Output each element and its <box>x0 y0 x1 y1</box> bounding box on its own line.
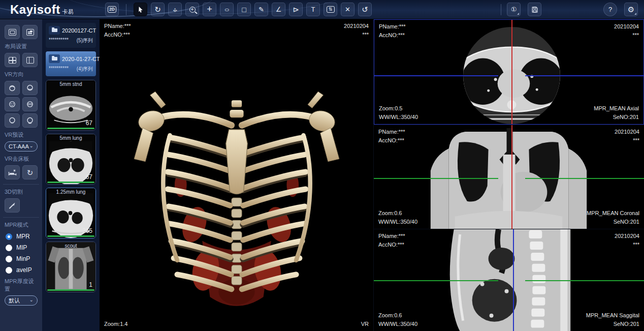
mpr-mode-option-mpr[interactable]: MPR <box>6 233 37 240</box>
layout-single-button[interactable] <box>5 25 20 39</box>
mpr-axial-viewport[interactable]: PName:***AccNO:*** 20210204*** Zoom:0.5W… <box>374 19 644 125</box>
vr-viewport[interactable]: PName:***AccNO:*** 20210204*** Zoom:1.4 … <box>100 19 373 331</box>
mpr-sagittal-viewport[interactable]: PName:***AccNO:*** 20210204*** Zoom:0.6W… <box>374 229 644 331</box>
vr-remove-bed-label: VR去床板 <box>5 155 38 163</box>
info-icon: ① <box>511 6 517 13</box>
angle-button[interactable]: ∠ <box>272 3 285 16</box>
rotate-3d-button[interactable]: ↻ <box>151 3 165 16</box>
vr-view-anterior-button[interactable] <box>5 97 20 111</box>
question-icon: ? <box>608 6 612 13</box>
thumbnail-progress-bar <box>47 182 94 183</box>
brand-name: Kayisoft <box>10 3 60 17</box>
thumbnail-image-count: 265 <box>82 227 92 234</box>
sagittal-crosshair-horizontal[interactable] <box>374 280 644 281</box>
sagittal-patient-info: PName:***AccNO:*** <box>378 232 405 249</box>
series-thumbnail-5mm-stnd[interactable]: 5mm stnd 67 <box>46 80 96 131</box>
help-button[interactable]: ? <box>603 3 617 16</box>
study-title: 20200127-CT <box>62 27 96 34</box>
toolbar-separator <box>501 4 501 15</box>
vr-view-inferior-button[interactable] <box>22 81 38 95</box>
coronal-crosshair-vertical[interactable] <box>511 125 512 229</box>
mpr-mode-option-mip[interactable]: MIP <box>6 244 37 251</box>
radio-selected-icon <box>6 233 12 240</box>
scout-thumbnail-image <box>46 242 95 292</box>
series-thumbnail-1-25mm-lung[interactable]: 1.25mm lung 265 <box>46 188 96 238</box>
rotate-3d-icon: ↻ <box>154 6 161 13</box>
coronal-study-date: 20210204*** <box>615 128 639 145</box>
reset-button[interactable]: ↺ <box>358 3 372 16</box>
vr-patient-info: PName:***AccNO:*** <box>104 22 131 39</box>
pan-button[interactable]: ↔↕ <box>168 3 182 16</box>
series-panel: 20200127-CT ********** (5)序列 2020-01-27-… <box>42 19 100 331</box>
vr-zoom-readout: Zoom:1.4 <box>104 320 127 328</box>
settings-button[interactable]: ⚙ <box>624 3 638 16</box>
scalpel-cut-button[interactable] <box>5 198 20 213</box>
radio-icon <box>6 256 12 262</box>
ellipse-icon: ○ <box>224 7 229 13</box>
vr-study-date: 20210204*** <box>344 22 369 39</box>
left-sidebar: 布局设置 VR方向 VR预设 CT-AAA ⌄ VR去床板 <box>0 19 42 331</box>
divider <box>3 184 39 185</box>
top-toolbar: Kayisoft 卡易 2D ↻ ↔↕ + + ○ □ ✎ ∠ ⊳ T ⇅ ✕ … <box>0 0 644 19</box>
study-item-2[interactable]: 2020-01-27-CT ********** (4)序列 <box>46 51 96 76</box>
layout-left-column-button[interactable] <box>22 53 38 67</box>
axial-crosshair-vertical[interactable] <box>511 20 512 124</box>
window-level-button[interactable]: ⇅ <box>324 3 337 16</box>
zoom-tool-button[interactable]: + <box>185 3 199 16</box>
layout-grid-button[interactable] <box>5 53 20 67</box>
info-button[interactable]: ① <box>507 3 521 16</box>
ellipse-roi-button[interactable]: ○ <box>220 3 234 16</box>
delete-annotation-button[interactable]: ✕ <box>341 3 355 16</box>
measure-button[interactable]: ✎ <box>254 3 268 16</box>
axial-zoom-readout: Zoom:0.5WW/WL:350/40 <box>379 104 418 122</box>
circular-arrow-icon: ↻ <box>27 169 34 176</box>
study-title: 2020-01-27-CT <box>62 56 100 62</box>
vr-view-left-button[interactable] <box>5 113 20 128</box>
arrow-annotate-button[interactable]: ⊳ <box>289 3 303 16</box>
layout-2d-button[interactable]: 2D <box>105 3 119 16</box>
face-front-icon <box>8 100 16 108</box>
crosshair-button[interactable]: + <box>203 3 216 16</box>
report-layout-icon <box>26 29 34 36</box>
cursor-button[interactable] <box>134 3 147 16</box>
rectangle-roi-button[interactable]: □ <box>237 3 251 16</box>
save-button[interactable] <box>528 3 541 16</box>
vr-view-superior-button[interactable] <box>5 81 20 95</box>
study-item-1[interactable]: 20200127-CT ********** (5)序列 <box>46 23 96 48</box>
head-right-icon <box>26 116 34 125</box>
study-series-count: (5)序列 <box>77 37 93 44</box>
remove-bed-button[interactable] <box>5 165 20 179</box>
vr-view-posterior-button[interactable] <box>22 97 38 111</box>
window-level-icon: ⇅ <box>327 6 335 13</box>
axial-series-label: MPR_MEAN AxialSeNO:201 <box>594 104 639 122</box>
cut-3d-label: 3D切割 <box>5 188 38 196</box>
series-thumbnail-scout[interactable]: scout 1 <box>46 242 96 292</box>
brand-tagline: 卡易 <box>62 8 74 16</box>
text-annotate-button[interactable]: T <box>306 3 320 16</box>
series-thumbnail-5mm-lung[interactable]: 5mm lung 67 <box>46 134 96 185</box>
layout-report-button[interactable] <box>22 25 38 39</box>
vr-direction-label: VR方向 <box>5 71 38 78</box>
text-icon: T <box>311 6 315 13</box>
crosshair-icon: + <box>207 5 212 14</box>
bed-icon <box>8 169 17 176</box>
coronal-crosshair-horizontal[interactable] <box>374 178 644 179</box>
study-patient: ********** <box>49 37 69 44</box>
pencil-icon: ✎ <box>259 6 264 13</box>
thumbnail-image-count: 67 <box>86 119 92 127</box>
face-eyes-icon <box>26 100 34 108</box>
vr-preset-select[interactable]: CT-AAA ⌄ <box>5 141 38 152</box>
head-bottom-icon <box>26 84 34 92</box>
floppy-save-icon <box>531 6 538 13</box>
mpr-coronal-viewport[interactable]: PName:***AccNO:*** 20210204*** Zoom:0.6W… <box>374 125 644 229</box>
axial-crosshair-horizontal[interactable] <box>374 75 643 76</box>
pan-icon: ↔↕ <box>171 6 179 14</box>
vr-ribcage-render <box>117 55 356 320</box>
restore-bed-button[interactable]: ↻ <box>22 165 38 179</box>
vr-view-right-button[interactable] <box>22 113 38 128</box>
mpr-thickness-select[interactable]: 默认 ⌄ <box>5 295 38 306</box>
mpr-mode-option-aveip[interactable]: aveIP <box>6 266 37 274</box>
mpr-mode-option-minp[interactable]: MinP <box>6 255 37 262</box>
thumbnail-image-count: 67 <box>86 173 92 180</box>
radio-icon <box>6 245 12 251</box>
